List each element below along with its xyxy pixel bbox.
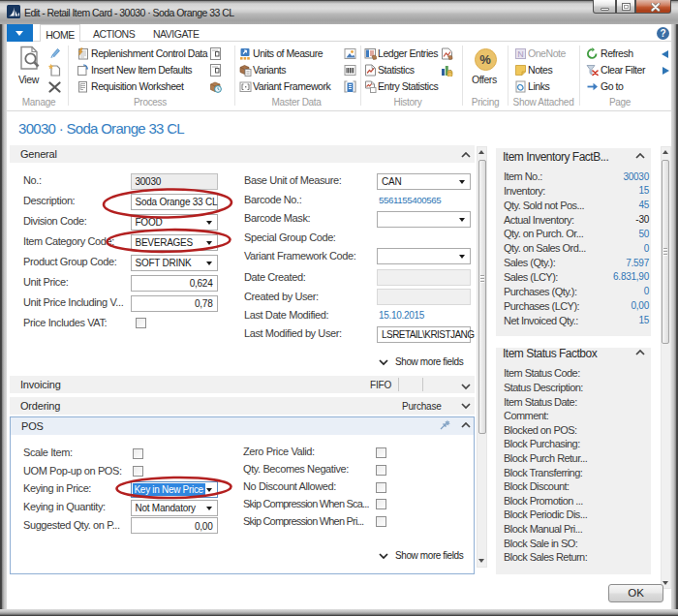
svg-text:N: N — [517, 49, 524, 59]
